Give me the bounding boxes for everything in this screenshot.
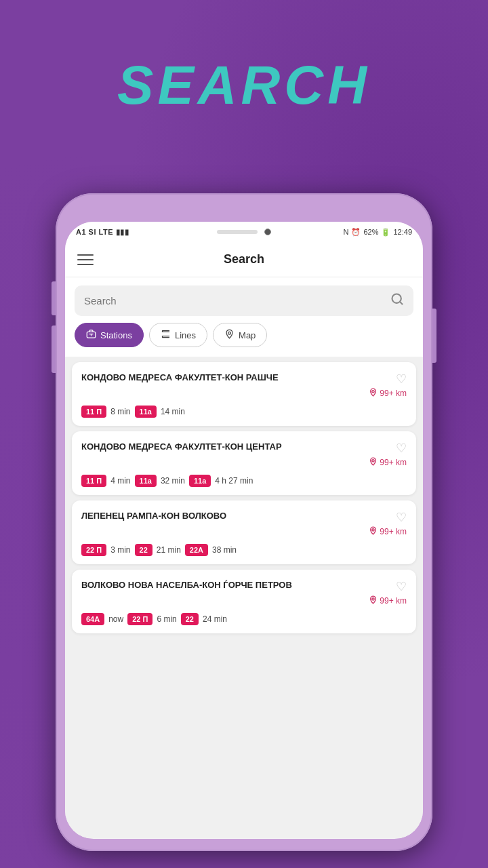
notch-area [217,229,271,235]
search-input[interactable] [84,295,385,307]
pin-icon-3 [369,526,378,537]
tab-lines[interactable]: Lines [149,323,207,347]
speaker-grill [217,230,258,234]
search-section [65,277,423,316]
clock: 12:49 [393,228,412,236]
station-card-4-header: ВОЛКОВО НОВА НАСЕЛБА-КОН ЃОРЧЕ ПЕТРОВ ♡ … [81,579,407,606]
status-right: N ⏰ 62% 🔋 12:49 [343,228,412,237]
battery-level: 62% [363,228,378,236]
volume-down-button [52,326,56,373]
map-icon [224,329,235,341]
station-name-3: ЛЕПЕНЕЦ РАМПА-КОН ВОЛКОВО [81,510,226,522]
station-card-3[interactable]: ЛЕПЕНЕЦ РАМПА-КОН ВОЛКОВО ♡ 99+ km 22 П … [72,500,416,564]
svg-point-11 [372,598,374,600]
station-card-4[interactable]: ВОЛКОВО НОВА НАСЕЛБА-КОН ЃОРЧЕ ПЕТРОВ ♡ … [72,570,416,633]
distance-4: 99+ km [369,595,407,606]
pin-icon-2 [369,457,378,468]
nfc-icon: N [343,228,348,236]
routes-row-1: 11 П 8 min 11a 14 min [81,406,407,418]
route-badge-4-0: 64A [81,613,104,625]
station-card-3-header: ЛЕПЕНЕЦ РАМПА-КОН ВОЛКОВО ♡ 99+ km [81,510,407,537]
routes-row-2: 11 П 4 min 11a 32 min 11a 4 h 27 min [81,475,407,487]
tab-map[interactable]: Map [213,323,267,347]
distance-3: 99+ km [369,526,407,537]
phone-frame: A1 SI LTE ▮▮▮ N ⏰ 62% 🔋 12:49 Search [56,193,432,851]
distance-2: 99+ km [369,457,407,468]
favorite-button-4[interactable]: ♡ [396,579,407,594]
carrier-signal: A1 SI LTE ▮▮▮ [76,228,129,237]
search-input-wrap [75,285,413,316]
battery-icon: 🔋 [381,228,390,237]
route-badge-3-0: 22 П [81,544,106,556]
station-meta-3: ♡ 99+ km [369,510,407,537]
route-time-3-1: 21 min [157,545,181,555]
station-card-1[interactable]: КОНДОВО МЕДРЕСА ФАКУЛТЕТ-КОН РАШЧЕ ♡ 99+… [72,362,416,426]
front-camera [264,229,271,235]
pin-icon-4 [369,595,378,606]
power-button [432,309,436,363]
phone-screen: A1 SI LTE ▮▮▮ N ⏰ 62% 🔋 12:49 Search [65,222,423,839]
station-card-2-header: КОНДОВО МЕДРЕСА ФАКУЛТЕТ-КОН ЦЕНТАР ♡ 99… [81,441,407,468]
route-badge-3-2: 22A [185,544,208,556]
stations-tab-label: Stations [100,330,132,340]
station-name-2: КОНДОВО МЕДРЕСА ФАКУЛТЕТ-КОН ЦЕНТАР [81,441,282,453]
station-name-4: ВОЛКОВО НОВА НАСЕЛБА-КОН ЃОРЧЕ ПЕТРОВ [81,579,292,591]
route-badge-1-1: 11a [135,406,157,418]
svg-point-7 [228,332,231,334]
stations-icon [86,329,96,341]
favorite-button-3[interactable]: ♡ [396,510,407,525]
route-badge-2-1: 11a [135,475,157,487]
route-time-2-1: 32 min [161,476,185,486]
station-name-1: КОНДОВО МЕДРЕСА ФАКУЛТЕТ-КОН РАШЧЕ [81,372,279,384]
route-time-4-2: 24 min [203,614,227,624]
route-time-2-0: 4 min [110,476,130,486]
route-time-2-2: 4 h 27 min [215,476,253,486]
route-time-1-1: 14 min [161,407,185,416]
route-time-3-2: 38 min [212,545,237,555]
distance-1: 99+ km [369,388,407,399]
app-bar-title: Search [94,252,394,267]
app-bar: Search [65,242,423,277]
route-badge-2-2: 11a [189,475,211,487]
route-badge-1-0: 11 П [81,406,106,418]
routes-row-4: 64A now 22 П 6 min 22 24 min [81,613,407,625]
favorite-button-1[interactable]: ♡ [396,372,407,387]
route-time-1-0: 8 min [110,407,130,416]
routes-row-3: 22 П 3 min 22 21 min 22A 38 min [81,544,407,556]
search-icon [390,292,404,309]
station-card-2[interactable]: КОНДОВО МЕДРЕСА ФАКУЛТЕТ-КОН ЦЕНТАР ♡ 99… [72,431,416,495]
pin-icon-1 [369,388,378,399]
station-card-1-header: КОНДОВО МЕДРЕСА ФАКУЛТЕТ-КОН РАШЧЕ ♡ 99+… [81,372,407,399]
lines-icon [161,329,171,341]
alarm-icon: ⏰ [351,228,361,237]
route-time-4-1: 6 min [157,614,176,624]
tab-stations[interactable]: Stations [75,323,144,347]
svg-point-9 [372,460,374,462]
station-meta-1: ♡ 99+ km [369,372,407,399]
route-time-4-0: now [108,614,123,624]
route-badge-4-1: 22 П [127,613,152,625]
volume-up-button [52,281,56,315]
route-badge-2-0: 11 П [81,475,106,487]
svg-line-1 [400,302,403,304]
filter-tabs: Stations Lines Map [65,316,423,357]
menu-button[interactable] [77,254,94,265]
route-badge-3-1: 22 [135,544,152,556]
station-meta-4: ♡ 99+ km [369,579,407,606]
route-time-3-0: 3 min [110,545,130,555]
stations-list: КОНДОВО МЕДРЕСА ФАКУЛТЕТ-КОН РАШЧЕ ♡ 99+… [65,357,423,838]
route-badge-4-2: 22 [181,613,199,625]
map-tab-label: Map [239,330,256,340]
svg-point-10 [372,529,374,531]
station-meta-2: ♡ 99+ km [369,441,407,468]
svg-point-8 [372,391,374,393]
lines-tab-label: Lines [175,330,196,340]
favorite-button-2[interactable]: ♡ [396,441,407,456]
page-header: SEARCH [0,54,488,117]
